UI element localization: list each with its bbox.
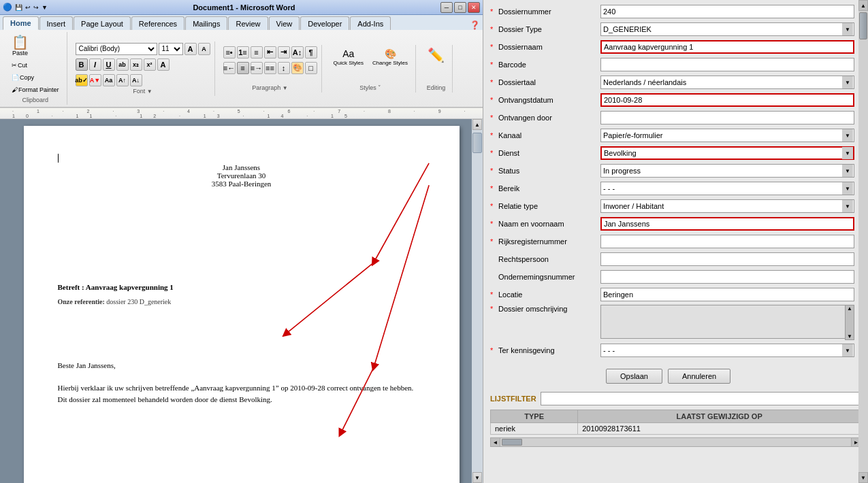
textarea-dossier-omschrijving[interactable] bbox=[600, 305, 854, 339]
paragraph-label: Paragraph ▼ bbox=[252, 84, 287, 91]
help-button[interactable]: ❓ bbox=[470, 20, 480, 30]
scroll-up-button[interactable]: ▲ bbox=[472, 119, 482, 130]
increase-indent-button[interactable]: ⇥ bbox=[278, 46, 290, 59]
select-relatie-type[interactable]: Inwoner / Habitant bbox=[600, 199, 854, 213]
paste-button[interactable]: 📋 Paste bbox=[8, 33, 32, 59]
align-left-button[interactable]: ≡← bbox=[223, 62, 236, 74]
select-bereik[interactable]: - - - bbox=[600, 182, 854, 195]
select-dossier-type[interactable]: D_GENERIEK bbox=[600, 22, 854, 36]
select-status[interactable]: In progress bbox=[600, 164, 854, 178]
required-star-6: * bbox=[490, 96, 498, 104]
clear-format-button[interactable]: A bbox=[157, 59, 170, 71]
input-naam-voornaam[interactable] bbox=[600, 217, 854, 231]
shrink-font2-button[interactable]: A↓ bbox=[130, 74, 142, 86]
tab-review[interactable]: Review bbox=[228, 16, 268, 30]
change-styles-button[interactable]: 🎨 Change Styles bbox=[369, 46, 411, 68]
multilevel-button[interactable]: ≡ bbox=[251, 46, 263, 59]
copy-button[interactable]: 📄 Copy bbox=[8, 72, 37, 83]
right-scrollbar[interactable]: ▲ ▼ bbox=[858, 0, 868, 483]
textarea-scroll-up[interactable]: ▲ bbox=[846, 305, 854, 312]
tab-references[interactable]: References bbox=[131, 16, 184, 30]
subscript-button[interactable]: x₂ bbox=[130, 59, 142, 71]
tab-insert[interactable]: Insert bbox=[39, 16, 74, 30]
quick-access-redo[interactable]: ↪ bbox=[33, 4, 39, 11]
editing-button[interactable]: ✏️ bbox=[424, 46, 448, 64]
shading-button[interactable]: 🎨 bbox=[291, 62, 304, 74]
font-case-button[interactable]: Aa bbox=[103, 74, 115, 86]
required-star-4: * bbox=[490, 61, 498, 69]
quick-access-save[interactable]: 💾 bbox=[15, 4, 22, 11]
justify-button[interactable]: ≡≡ bbox=[264, 62, 276, 74]
scroll-down-button[interactable]: ▼ bbox=[472, 472, 482, 483]
right-scroll-up[interactable]: ▲ bbox=[858, 0, 868, 11]
quick-styles-button[interactable]: Aa Quick Styles bbox=[330, 46, 367, 68]
show-para-button[interactable]: ¶ bbox=[305, 46, 317, 59]
input-ontvangen-door[interactable] bbox=[600, 111, 854, 124]
list-filter-input[interactable] bbox=[541, 392, 861, 405]
tab-add-ins[interactable]: Add-Ins bbox=[350, 16, 391, 30]
textarea-scroll-down[interactable]: ▼ bbox=[846, 333, 854, 339]
select-dossiertaal[interactable]: Nederlands / néerlandais bbox=[600, 76, 854, 89]
quick-access-menu[interactable]: ▼ bbox=[42, 4, 48, 11]
tab-mailings[interactable]: Mailings bbox=[185, 16, 227, 30]
tab-page-layout[interactable]: Page Layout bbox=[74, 16, 131, 30]
right-scroll-thumb[interactable] bbox=[859, 12, 867, 39]
align-center-button[interactable]: ≡ bbox=[237, 62, 249, 74]
label-relatie-type: Relatie type bbox=[498, 202, 600, 210]
cancel-button[interactable]: Annuleren bbox=[668, 369, 730, 384]
right-scroll-down[interactable]: ▼ bbox=[858, 472, 868, 483]
grow-font2-button[interactable]: A↑ bbox=[116, 74, 129, 86]
input-ontvangstdatum[interactable] bbox=[600, 93, 854, 107]
superscript-button[interactable]: x² bbox=[144, 59, 156, 71]
sort-button[interactable]: A↕ bbox=[291, 46, 304, 59]
font-color-button[interactable]: A▼ bbox=[89, 74, 101, 86]
scroll-left-button[interactable]: ◄ bbox=[491, 438, 500, 446]
grow-font-button[interactable]: A bbox=[184, 43, 197, 55]
select-kanaal[interactable]: Papier/e-formulier bbox=[600, 129, 854, 142]
cut-button[interactable]: ✂ Cut bbox=[8, 60, 31, 71]
select-ter-kennisgeving[interactable]: - - - bbox=[600, 344, 854, 357]
save-button[interactable]: Opslaan bbox=[606, 369, 662, 384]
maximize-button[interactable]: □ bbox=[454, 2, 466, 13]
highlight-button[interactable]: ab✓ bbox=[76, 74, 88, 86]
horizontal-scrollbar[interactable]: ◄ ► bbox=[490, 437, 861, 447]
document-scrollbar[interactable]: ▲ ▼ bbox=[472, 119, 483, 483]
decrease-indent-button[interactable]: ⇤ bbox=[264, 46, 276, 59]
ribbon-group-font: Calibri (Body) 11 A A B I U ab x₂ bbox=[71, 41, 215, 96]
input-wrapper-onderneming bbox=[600, 270, 854, 284]
borders-button[interactable]: □ bbox=[305, 62, 317, 74]
underline-button[interactable]: U bbox=[103, 59, 115, 71]
quick-access-undo[interactable]: ↩ bbox=[25, 4, 31, 11]
font-name-select[interactable]: Calibri (Body) bbox=[76, 43, 157, 55]
input-barcode[interactable] bbox=[600, 58, 854, 71]
tab-home[interactable]: Home bbox=[3, 16, 39, 30]
document-page[interactable]: Jan Janssens Tervurenlaan 30 3583 Paal-B… bbox=[24, 126, 460, 483]
format-painter-label: Format Painter bbox=[18, 86, 59, 93]
input-dossiernaam[interactable] bbox=[600, 40, 854, 54]
input-rijksregisternummer[interactable] bbox=[600, 235, 854, 248]
input-ondernemingsnummer[interactable] bbox=[600, 270, 854, 284]
document-area[interactable]: Jan Janssens Tervurenlaan 30 3583 Paal-B… bbox=[0, 119, 483, 483]
select-dienst[interactable]: Bevolking bbox=[600, 146, 854, 160]
subject-line: Betreft : Aanvraag kapvergunning 1 bbox=[58, 283, 425, 291]
scroll-thumb[interactable] bbox=[472, 133, 482, 153]
bullets-button[interactable]: ≡• bbox=[223, 46, 236, 59]
strikethrough-button[interactable]: ab bbox=[116, 59, 129, 71]
input-dossiernummer[interactable] bbox=[600, 5, 854, 18]
paste-label: Paste bbox=[12, 50, 28, 56]
close-button[interactable]: ✕ bbox=[468, 2, 480, 13]
italic-button[interactable]: I bbox=[89, 59, 101, 71]
line-spacing-button[interactable]: ↕ bbox=[278, 62, 290, 74]
align-right-button[interactable]: ≡→ bbox=[251, 62, 263, 74]
numbering-button[interactable]: 1≡ bbox=[237, 46, 249, 59]
input-rechtspersoon[interactable] bbox=[600, 252, 854, 266]
font-size-select[interactable]: 11 bbox=[159, 43, 183, 55]
tab-view[interactable]: View bbox=[269, 16, 300, 30]
minimize-button[interactable]: ─ bbox=[440, 2, 453, 13]
tab-developer[interactable]: Developer bbox=[300, 16, 349, 30]
input-locatie[interactable] bbox=[600, 288, 854, 301]
bold-button[interactable]: B bbox=[76, 59, 88, 71]
shrink-font-button[interactable]: A bbox=[198, 43, 210, 55]
format-painter-button[interactable]: 🖌 Format Painter bbox=[8, 84, 63, 95]
scroll-thumb-h[interactable] bbox=[502, 439, 522, 446]
